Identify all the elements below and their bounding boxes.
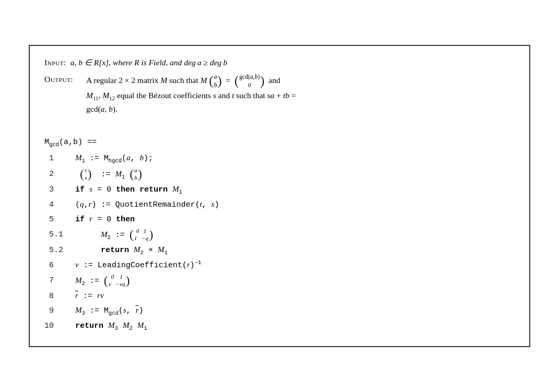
line-content-2: ( t s ) := M1 ( a b ) — [61, 167, 515, 182]
output-line-1: Output: A regular 2 × 2 matrix M such th… — [44, 73, 515, 89]
spacer — [44, 125, 515, 136]
line-num-7: 7 — [44, 275, 61, 287]
matrix-ts-lhs: ( t s ) — [80, 167, 91, 182]
line-num-1: 1 — [44, 152, 61, 165]
code-line-1: 1 M1 := Mhgcd(a, b); — [44, 151, 515, 166]
line-num-5-2: 5.2 — [44, 244, 63, 257]
code-line-8: 8 r := rv — [44, 289, 515, 303]
code-line-10: 10 return M3 M2 M1 — [44, 318, 515, 334]
line-num-8: 8 — [44, 290, 61, 303]
line-content-1: M1 := Mhgcd(a, b); — [61, 151, 515, 165]
line-content-5-2: return M2 × M1 — [63, 243, 515, 257]
output-line-3: gcd(a, b). — [44, 103, 515, 115]
input-label: Input: — [44, 58, 66, 67]
output-content: A regular 2 × 2 matrix M such that M ( a… — [86, 73, 515, 89]
code-line-9: 9 M3 := Mgcd(s, r) — [44, 303, 515, 318]
line-num-6: 6 — [44, 259, 61, 272]
code-line-2: 2 ( t s ) := M1 ( a b — [44, 166, 515, 182]
code-section: Mgcd(a,b) == 1 M1 := Mhgcd(a, b); 2 ( t … — [44, 136, 515, 334]
code-line-6: 6 v := LeadingCoefficient(r)−1 — [44, 258, 515, 272]
line-content-6: v := LeadingCoefficient(r)−1 — [61, 258, 515, 272]
output-line-2: M11, M12 equal the Bézout coefficients s… — [44, 89, 515, 103]
line-content-3: if s = 0 then return M1 — [61, 183, 515, 197]
code-line-3: 3 if s = 0 then return M1 — [44, 182, 515, 197]
line-num-10: 10 — [44, 320, 61, 332]
line-content-5: if r = 0 then — [61, 212, 515, 226]
line-num-5-1: 5.1 — [44, 229, 63, 241]
line-num-9: 9 — [44, 305, 61, 317]
code-line-5-1: 5.1 M2 := ( 0 1 1 −q ) — [44, 227, 515, 243]
output-label: Output: — [44, 73, 86, 86]
matrix-gcd: ( gcd(a,b) 0 ) — [235, 73, 265, 89]
line-content-8: r := rv — [61, 289, 515, 303]
matrix-5-1: ( 0 1 1 −q ) — [130, 227, 153, 242]
code-line-7: 7 M2 := ( 0 1 v −vq ) — [44, 272, 515, 289]
matrix-ab: ( a b ) — [209, 73, 222, 89]
input-section: Input: a, b ∈ R[x], where R is Field, an… — [44, 56, 515, 69]
line-num-2: 2 — [44, 168, 61, 181]
matrix-7: ( 0 1 v −vq ) — [104, 273, 130, 288]
line-num-4: 4 — [44, 199, 61, 211]
code-line-4: 4 (q,r) := QuotientRemainder(t, s) — [44, 197, 515, 212]
input-text: a, b ∈ R[x], where R is Field, and deg a… — [68, 58, 227, 67]
line-content-5-1: M2 := ( 0 1 1 −q ) — [63, 227, 515, 242]
line-num-3: 3 — [44, 184, 61, 196]
code-line-5-2: 5.2 return M2 × M1 — [44, 243, 515, 258]
code-line-5: 5 if r = 0 then — [44, 212, 515, 227]
line-num-5: 5 — [44, 213, 61, 226]
output-section: Output: A regular 2 × 2 matrix M such th… — [44, 73, 515, 115]
algorithm-box: Input: a, b ∈ R[x], where R is Field, an… — [29, 45, 530, 347]
line-content-7: M2 := ( 0 1 v −vq ) — [61, 273, 515, 288]
line-content-4: (q,r) := QuotientRemainder(t, s) — [61, 198, 515, 211]
code-header: Mgcd(a,b) == — [44, 136, 515, 149]
line-content-10: return M3 M2 M1 — [61, 319, 515, 333]
matrix-ab-2: ( a b ) — [130, 167, 142, 182]
line-content-9: M3 := Mgcd(s, r) — [61, 304, 515, 318]
